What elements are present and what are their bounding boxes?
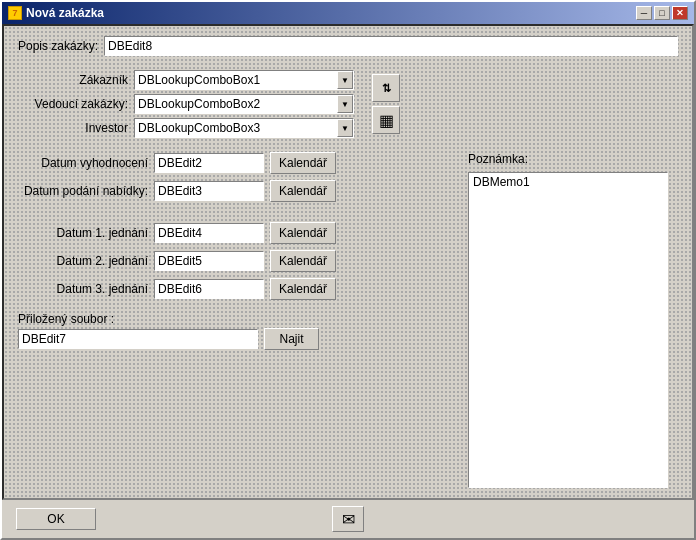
file-row: Najit xyxy=(18,328,458,350)
dates-panel: Datum vyhodnocení Kalendář Datum podání … xyxy=(18,152,458,488)
footer-center: ✉ xyxy=(96,506,600,532)
datum-vyhodnoceni-label: Datum vyhodnocení xyxy=(18,156,148,170)
datum2-label: Datum 2. jednání xyxy=(18,254,148,268)
zakaznik-row: Zákazník DBLookupComboBox1 ▼ xyxy=(18,70,354,90)
main-content: Datum vyhodnocení Kalendář Datum podání … xyxy=(18,152,678,488)
datum3-row: Datum 3. jednání Kalendář xyxy=(18,278,458,300)
datum2-input[interactable] xyxy=(154,251,264,271)
popis-label: Popis zakázky: xyxy=(18,39,98,53)
title-bar: 7 Nová zakázka ─ □ ✕ xyxy=(2,2,694,24)
vedouci-dropdown-btn[interactable]: ▼ xyxy=(337,95,353,113)
prilozen-input[interactable] xyxy=(18,329,258,349)
vedouci-label: Vedoucí zakázky: xyxy=(18,97,128,111)
main-window: 7 Nová zakázka ─ □ ✕ Popis zakázky: Záka… xyxy=(0,0,696,540)
combos-list: Zákazník DBLookupComboBox1 ▼ Vedoucí zak… xyxy=(18,70,354,138)
zakaznik-value: DBLookupComboBox1 xyxy=(135,72,337,88)
investor-dropdown-btn[interactable]: ▼ xyxy=(337,119,353,137)
maximize-button[interactable]: □ xyxy=(654,6,670,20)
prilozen-label: Přiložený soubor : xyxy=(18,312,458,326)
investor-value: DBLookupComboBox3 xyxy=(135,120,337,136)
datum1-label: Datum 1. jednání xyxy=(18,226,148,240)
footer: OK ✉ xyxy=(2,500,694,538)
app-icon: 7 xyxy=(8,6,22,20)
kalendar-btn-4[interactable]: Kalendář xyxy=(270,250,336,272)
kalendar-btn-2[interactable]: Kalendář xyxy=(270,180,336,202)
side-buttons: ⇅ ▦ xyxy=(372,74,400,134)
poznamka-panel: Poznámka: xyxy=(468,152,678,488)
grid-icon-button[interactable]: ▦ xyxy=(372,106,400,134)
zakaznik-label: Zákazník xyxy=(18,73,128,87)
email-icon-button[interactable]: ✉ xyxy=(332,506,364,532)
investor-label: Investor xyxy=(18,121,128,135)
combos-section: Zákazník DBLookupComboBox1 ▼ Vedoucí zak… xyxy=(18,70,678,138)
popis-input[interactable] xyxy=(104,36,678,56)
datum-vyhodnoceni-row: Datum vyhodnocení Kalendář xyxy=(18,152,458,174)
popis-row: Popis zakázky: xyxy=(18,36,678,56)
poznamka-label: Poznámka: xyxy=(468,152,678,166)
kalendar-btn-1[interactable]: Kalendář xyxy=(270,152,336,174)
datum3-input[interactable] xyxy=(154,279,264,299)
vedouci-row: Vedoucí zakázky: DBLookupComboBox2 ▼ xyxy=(18,94,354,114)
datum1-row: Datum 1. jednání Kalendář xyxy=(18,222,458,244)
datum-vyhodnoceni-input[interactable] xyxy=(154,153,264,173)
transfer-icon-button[interactable]: ⇅ xyxy=(372,74,400,102)
zakaznik-dropdown-btn[interactable]: ▼ xyxy=(337,71,353,89)
window-title: Nová zakázka xyxy=(26,6,104,20)
poznamka-textarea[interactable] xyxy=(468,172,668,488)
title-bar-left: 7 Nová zakázka xyxy=(8,6,104,20)
najit-button[interactable]: Najit xyxy=(264,328,319,350)
form-area: Popis zakázky: Zákazník DBLookupComboBox… xyxy=(2,24,694,500)
kalendar-btn-3[interactable]: Kalendář xyxy=(270,222,336,244)
close-button[interactable]: ✕ xyxy=(672,6,688,20)
datum3-label: Datum 3. jednání xyxy=(18,282,148,296)
datum-podani-label: Datum podání nabídky: xyxy=(18,184,148,198)
investor-combo[interactable]: DBLookupComboBox3 ▼ xyxy=(134,118,354,138)
datum-podani-input[interactable] xyxy=(154,181,264,201)
file-section: Přiložený soubor : Najit xyxy=(18,312,458,350)
datum1-input[interactable] xyxy=(154,223,264,243)
datum2-row: Datum 2. jednání Kalendář xyxy=(18,250,458,272)
datum-podani-row: Datum podání nabídky: Kalendář xyxy=(18,180,458,202)
title-buttons: ─ □ ✕ xyxy=(636,6,688,20)
minimize-button[interactable]: ─ xyxy=(636,6,652,20)
investor-row: Investor DBLookupComboBox3 ▼ xyxy=(18,118,354,138)
zakaznik-combo[interactable]: DBLookupComboBox1 ▼ xyxy=(134,70,354,90)
vedouci-combo[interactable]: DBLookupComboBox2 ▼ xyxy=(134,94,354,114)
vedouci-value: DBLookupComboBox2 xyxy=(135,96,337,112)
kalendar-btn-5[interactable]: Kalendář xyxy=(270,278,336,300)
ok-button[interactable]: OK xyxy=(16,508,96,530)
